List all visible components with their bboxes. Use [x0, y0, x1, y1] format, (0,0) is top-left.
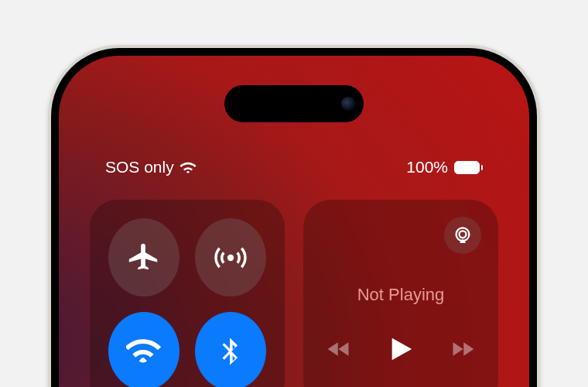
status-bar: SOS only 100%	[59, 158, 529, 176]
now-playing-label: Not Playing	[322, 285, 480, 305]
carrier-label: SOS only	[105, 158, 174, 176]
cellular-data-button[interactable]	[195, 218, 266, 296]
front-camera	[341, 97, 355, 111]
battery-percent-label: 100%	[406, 158, 448, 176]
fast-forward-button[interactable]	[448, 337, 477, 361]
airplane-mode-button[interactable]	[108, 218, 179, 296]
media-panel[interactable]: Not Playing	[303, 200, 498, 387]
dynamic-island[interactable]	[224, 85, 364, 122]
status-left: SOS only	[105, 158, 197, 176]
battery-icon	[454, 161, 483, 174]
screen: SOS only 100%	[59, 56, 529, 387]
phone-frame: SOS only 100%	[48, 45, 540, 387]
connectivity-panel[interactable]	[90, 200, 285, 387]
control-center: Not Playing	[90, 200, 498, 387]
wifi-status-icon	[179, 161, 197, 173]
media-controls	[322, 334, 480, 364]
status-right: 100%	[406, 158, 483, 176]
wifi-button[interactable]	[108, 312, 179, 387]
bluetooth-button[interactable]	[195, 312, 266, 387]
rewind-button[interactable]	[324, 337, 354, 361]
svg-point-2	[460, 231, 467, 238]
play-button[interactable]	[388, 334, 414, 364]
airplay-button[interactable]	[444, 217, 481, 254]
svg-point-0	[227, 254, 234, 260]
